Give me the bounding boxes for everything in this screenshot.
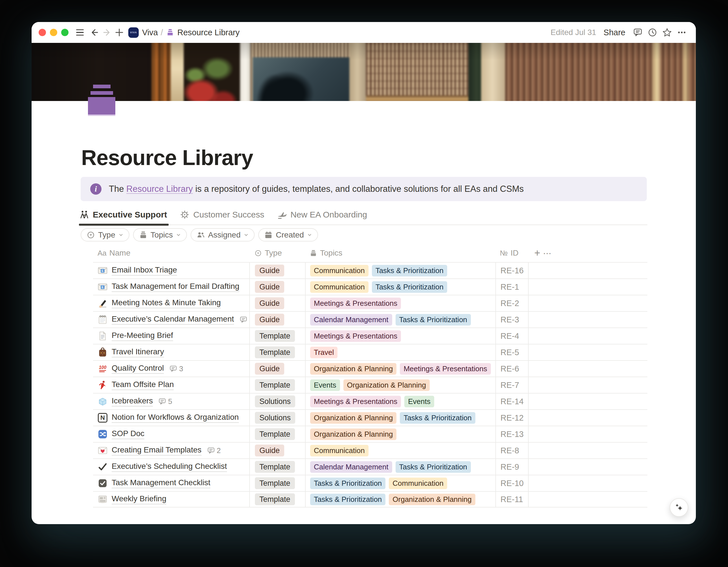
table-row[interactable]: 100 Quality Control 3 Guide Organization… <box>93 360 647 377</box>
table-row[interactable]: Creating Email Templates 2 Guide Communi… <box>93 442 647 458</box>
minimize-button[interactable] <box>50 29 57 36</box>
topic-pill[interactable]: Meetings & Presentations <box>310 330 401 342</box>
row-name-link[interactable]: Meeting Notes & Minute Taking <box>112 298 221 308</box>
type-badge[interactable]: Guide <box>255 445 284 456</box>
topic-pill[interactable]: Communication <box>310 281 369 293</box>
callout-link[interactable]: Resource Library <box>126 184 193 194</box>
table-row[interactable]: Executive’s Scheduling Checklist Templat… <box>93 458 647 475</box>
topic-pill[interactable]: Organization & Planning <box>343 380 430 391</box>
type-badge[interactable]: Guide <box>255 281 284 293</box>
table-row[interactable]: Meeting Notes & Minute Taking Guide Meet… <box>93 295 647 311</box>
forward-button[interactable] <box>101 26 113 39</box>
type-badge[interactable]: Template <box>255 347 295 358</box>
favorite-button[interactable] <box>661 26 673 39</box>
type-badge[interactable]: Template <box>255 428 295 440</box>
topic-pill[interactable]: Communication <box>310 445 369 456</box>
topic-pill[interactable]: Events <box>404 396 434 407</box>
table-row[interactable]: Pre-Meeting Brief Template Meetings & Pr… <box>93 328 647 344</box>
page-icon-archive[interactable] <box>88 85 115 115</box>
table-row[interactable]: Executive’s Calendar Management 1 Guide … <box>93 311 647 328</box>
topic-pill[interactable]: Calendar Management <box>310 314 392 326</box>
column-header-name[interactable]: Aa Name <box>93 248 249 257</box>
column-header-id[interactable]: № ID <box>495 248 528 257</box>
topic-pill[interactable]: Communication <box>310 265 369 276</box>
sidebar-toggle-button[interactable] <box>74 26 86 39</box>
type-badge[interactable]: Guide <box>255 363 284 375</box>
column-header-type[interactable]: Type <box>249 248 305 257</box>
topic-pill[interactable]: Organization & Planning <box>310 429 396 440</box>
topic-pill[interactable]: Organization & Planning <box>310 363 396 375</box>
table-row[interactable]: Icebreakers 5 Solutions Meetings & Prese… <box>93 393 647 409</box>
type-badge[interactable]: Template <box>255 379 295 391</box>
row-name-link[interactable]: Pre-Meeting Brief <box>112 331 173 341</box>
topic-pill[interactable]: Communication <box>389 478 447 489</box>
tab-customer-success[interactable]: Customer Success <box>180 205 264 224</box>
type-badge[interactable]: Guide <box>255 314 284 326</box>
history-button[interactable] <box>646 26 659 39</box>
table-row[interactable]: Team Offsite Plan Template Events Organi… <box>93 377 647 393</box>
more-button[interactable] <box>676 26 688 39</box>
row-name-link[interactable]: Travel Itinerary <box>112 347 164 358</box>
topic-pill[interactable]: Events <box>310 380 340 391</box>
row-name-link[interactable]: SOP Doc <box>112 429 144 439</box>
topic-pill[interactable]: Travel <box>310 347 337 358</box>
topic-pill[interactable]: Organization & Planning <box>389 494 475 505</box>
new-tab-button[interactable] <box>113 26 125 39</box>
breadcrumb-workspace[interactable]: Viva <box>142 28 158 37</box>
topic-pill[interactable]: Meetings & Presentations <box>310 396 401 407</box>
topic-pill[interactable]: Tasks & Prioritization <box>396 461 471 473</box>
row-name-link[interactable]: Icebreakers <box>112 396 153 407</box>
comment-indicator[interactable]: 3 <box>169 365 183 373</box>
workspace-logo[interactable]: VIVA <box>128 27 139 38</box>
type-badge[interactable]: Solutions <box>255 412 295 424</box>
type-badge[interactable]: Template <box>255 493 295 505</box>
zoom-button[interactable] <box>61 29 69 36</box>
topic-pill[interactable]: Tasks & Prioritization <box>396 314 471 326</box>
topic-pill[interactable]: Organization & Planning <box>310 412 396 424</box>
type-badge[interactable]: Template <box>255 330 295 342</box>
table-row[interactable]: Weekly Briefing Template Tasks & Priorit… <box>93 491 647 508</box>
table-row[interactable]: N Notion for Workflows & Organization So… <box>93 409 647 426</box>
table-row[interactable]: Travel Itinerary Template Travel RE-5 <box>93 344 647 360</box>
type-badge[interactable]: Template <box>255 477 295 489</box>
column-header-topics[interactable]: Topics <box>305 248 495 257</box>
topic-pill[interactable]: Tasks & Prioritization <box>310 478 385 489</box>
type-badge[interactable]: Template <box>255 461 295 473</box>
row-name-link[interactable]: Task Management for Email Drafting <box>112 282 239 292</box>
add-column-button[interactable]: + <box>534 248 540 258</box>
filter-assigned[interactable]: Assigned <box>191 228 255 241</box>
row-name-link[interactable]: Quality Control <box>112 364 164 374</box>
row-name-link[interactable]: Creating Email Templates <box>112 445 202 456</box>
filter-type[interactable]: Type <box>81 228 129 241</box>
filter-topics[interactable]: Topics <box>133 228 187 241</box>
tab-new-ea-onboarding[interactable]: New EA Onboarding <box>277 205 367 224</box>
table-row[interactable]: E Email Inbox Triage Guide Communication… <box>93 262 647 278</box>
ai-assistant-button[interactable] <box>670 498 688 517</box>
close-button[interactable] <box>39 29 46 36</box>
comment-indicator[interactable]: 5 <box>158 397 172 406</box>
breadcrumb-page[interactable]: Resource Library <box>177 28 240 37</box>
row-name-link[interactable]: Task Management Checklist <box>112 478 210 488</box>
tab-executive-support[interactable]: Executive Support <box>80 205 167 224</box>
comment-indicator[interactable]: 2 <box>207 446 221 455</box>
topic-pill[interactable]: Tasks & Prioritization <box>372 281 447 293</box>
topic-pill[interactable]: Tasks & Prioritization <box>310 494 385 505</box>
table-row[interactable]: E Task Management for Email Drafting Gui… <box>93 278 647 295</box>
filter-created[interactable]: Created <box>258 228 318 241</box>
row-name-link[interactable]: Executive’s Scheduling Checklist <box>112 462 227 472</box>
topic-pill[interactable]: Meetings & Presentations <box>400 363 491 375</box>
comment-indicator[interactable]: 1 <box>240 316 249 324</box>
table-row[interactable]: Task Management Checklist Template Tasks… <box>93 475 647 491</box>
back-button[interactable] <box>88 26 101 39</box>
type-badge[interactable]: Solutions <box>255 396 295 407</box>
topic-pill[interactable]: Tasks & Prioritization <box>400 412 475 424</box>
row-name-link[interactable]: Notion for Workflows & Organization <box>112 413 239 423</box>
row-name-link[interactable]: Team Offsite Plan <box>112 380 174 390</box>
topic-pill[interactable]: Tasks & Prioritization <box>372 265 447 276</box>
topic-pill[interactable]: Calendar Management <box>310 461 392 473</box>
row-name-link[interactable]: Executive’s Calendar Management <box>112 315 234 325</box>
type-badge[interactable]: Guide <box>255 297 284 309</box>
table-more-button[interactable]: ⋯ <box>543 248 552 258</box>
row-name-link[interactable]: Email Inbox Triage <box>112 265 177 275</box>
table-row[interactable]: SOP Doc Template Organization & Planning… <box>93 426 647 442</box>
